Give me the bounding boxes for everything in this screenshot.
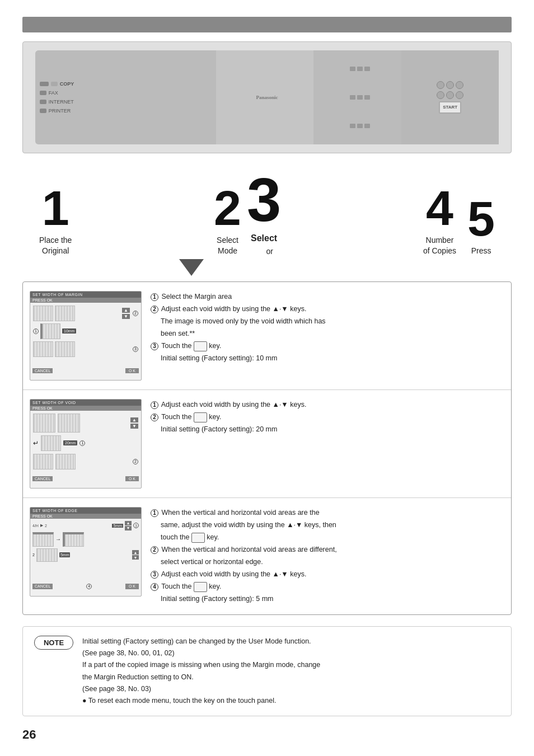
- step-circle-2: 2: [151, 306, 158, 313]
- screen-edge: SET WIDTH OF EDGE PRESS OK 4/H▶2 5mm ▲ ▼…: [30, 507, 142, 597]
- header-bar: [22, 17, 512, 32]
- step-1-number: 1: [42, 184, 69, 233]
- note-line-5: (See page 38, No. 03): [82, 683, 320, 695]
- note-line-1: Initial setting (Factory setting) can be…: [82, 636, 320, 647]
- section-edge: SET WIDTH OF EDGE PRESS OK 4/H▶2 5mm ▲ ▼…: [23, 498, 511, 614]
- step-3-desc: Select: [251, 233, 277, 245]
- page-wrapper: COPY FAX INTERNET PRINTER Panasonic: [0, 0, 534, 756]
- step-5-desc: Press: [471, 246, 491, 256]
- section-margin: SET WIDTH OF MARGIN PRESS OK ▲ ▼ 2: [23, 282, 511, 390]
- screen-void: SET WIDTH OF VOID PRESS OK ▲ ▼ ↵: [30, 399, 142, 489]
- ok-key-4: [194, 582, 207, 592]
- step-4-number: 4: [426, 184, 453, 233]
- section-void: SET WIDTH OF VOID PRESS OK ▲ ▼ ↵: [23, 390, 511, 498]
- step-2-number: 2: [214, 184, 241, 233]
- screen-margin-title: SET WIDTH OF MARGIN: [30, 292, 141, 298]
- screen-margin: SET WIDTH OF MARGIN PRESS OK ▲ ▼ 2: [30, 291, 142, 381]
- ok-key-3: [191, 533, 205, 543]
- note-line-4: the Margin Reduction setting to ON.: [82, 672, 320, 683]
- screen-edge-subtitle: PRESS OK: [30, 514, 141, 519]
- step-5: 5 Press: [467, 194, 495, 256]
- step-2: 2 Select Mode: [214, 184, 241, 255]
- edge-instructions: 1 When the vertical and horizontal void …: [151, 507, 504, 605]
- screen-void-subtitle: PRESS OK: [30, 406, 141, 411]
- note-line-6: ● To reset each mode menu, touch the key…: [82, 695, 320, 707]
- page-number: 26: [22, 727, 512, 742]
- edge-step-4: 4: [151, 583, 158, 591]
- edge-step-2: 2: [151, 546, 158, 554]
- screen-void-title: SET WIDTH OF VOID: [30, 400, 141, 406]
- arrow-down-container: [22, 259, 512, 276]
- edge-step-1: 1: [151, 509, 158, 517]
- void-instructions: 1 Adjust each void width by using the ▲·…: [151, 399, 504, 436]
- step-5-number: 5: [467, 194, 495, 243]
- steps-main-row: 1 Place the Original 2 Select Mode 3: [39, 169, 495, 256]
- note-line-2: (See page 38, No. 00, 01, 02): [82, 647, 320, 659]
- step-circle-3: 3: [151, 342, 158, 350]
- machine-image: COPY FAX INTERNET PRINTER Panasonic: [22, 41, 512, 153]
- machine-inner: COPY FAX INTERNET PRINTER Panasonic: [35, 50, 499, 144]
- ok-key-2: [194, 412, 207, 422]
- note-text: Initial setting (Factory setting) can be…: [82, 636, 320, 707]
- step-2-desc: Select Mode: [217, 235, 238, 255]
- step-1-desc: Place the Original: [39, 235, 72, 255]
- or-label: or: [266, 247, 273, 256]
- note-line-3: If a part of the copied image is missing…: [82, 659, 320, 671]
- arrow-down-icon: [179, 259, 204, 276]
- note-label: NOTE: [34, 636, 73, 650]
- void-step-1: 1: [151, 401, 158, 409]
- step-3: 3 Select or: [247, 169, 281, 256]
- content-box: SET WIDTH OF MARGIN PRESS OK ▲ ▼ 2: [22, 281, 512, 615]
- screen-edge-title: SET WIDTH OF EDGE: [30, 508, 141, 514]
- step-4: 4 Number of Copies: [423, 184, 456, 255]
- step-3-number: 3: [247, 169, 281, 231]
- void-step-2: 2: [151, 414, 158, 421]
- step-circle-1: 1: [151, 293, 158, 301]
- screen-margin-subtitle: PRESS OK: [30, 298, 141, 303]
- margin-instructions: 1 Select the Margin area 2 Adjust each v…: [151, 291, 504, 365]
- step-1: 1 Place the Original: [39, 184, 72, 255]
- steps-container: 1 Place the Original 2 Select Mode 3: [22, 163, 512, 256]
- step-4-desc: Number of Copies: [423, 235, 456, 255]
- note-box: NOTE Initial setting (Factory setting) c…: [22, 626, 512, 717]
- edge-step-3: 3: [151, 571, 158, 579]
- ok-key-1: [194, 341, 207, 351]
